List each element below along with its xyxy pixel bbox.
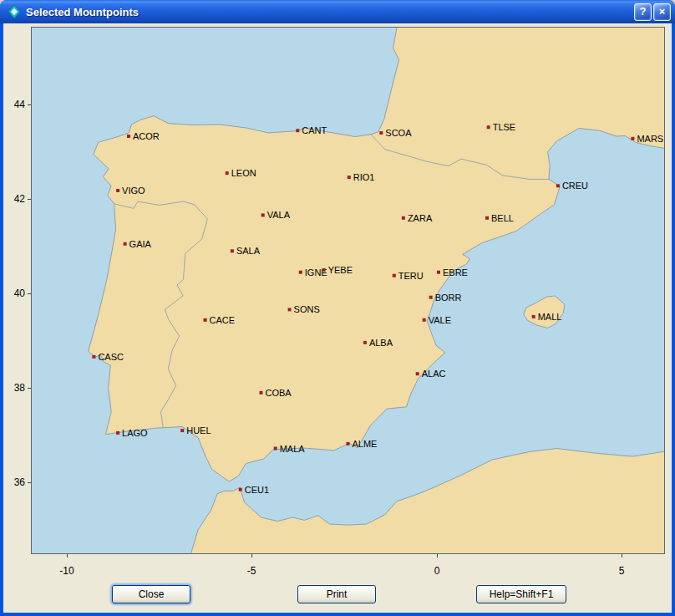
- station-marker-GAIA: [124, 242, 127, 246]
- station-label-CANT: CANT: [302, 125, 327, 135]
- station-label-TERU: TERU: [398, 271, 424, 281]
- station-marker-EBRE: [437, 271, 440, 274]
- station-label-HUEL: HUEL: [186, 425, 211, 435]
- station-label-VALE: VALE: [429, 315, 451, 325]
- station-label-LAGO: LAGO: [122, 428, 148, 438]
- print-button[interactable]: Print: [297, 585, 376, 603]
- station-label-CACE: CACE: [210, 315, 236, 325]
- station-marker-MALA: [274, 447, 277, 451]
- station-marker-SALA: [231, 249, 234, 252]
- station-marker-BORR: [429, 296, 433, 299]
- x-axis-tick: [622, 554, 622, 557]
- station-marker-TERU: [393, 274, 396, 277]
- station-label-CEU1: CEU1: [245, 485, 269, 495]
- station-label-VIGO: VIGO: [122, 186, 145, 196]
- map-panel: ACORVIGOGAIACASCLAGOHUELCEU1MALAALMECOBA…: [31, 27, 665, 554]
- station-label-MARS: MARS: [637, 134, 663, 144]
- station-label-GAIA: GAIA: [129, 239, 152, 249]
- y-axis-tick: [28, 388, 31, 389]
- station-marker-HUEL: [180, 429, 184, 432]
- station-marker-ALBA: [363, 341, 367, 344]
- mountpoints-map: ACORVIGOGAIACASCLAGOHUELCEU1MALAALMECOBA…: [32, 28, 664, 553]
- station-marker-LAGO: [116, 431, 119, 435]
- station-marker-VALA: [261, 213, 265, 216]
- y-axis-tick: [28, 482, 31, 483]
- station-marker-SONS: [288, 308, 292, 311]
- station-marker-CASC: [92, 355, 95, 359]
- station-label-MALL: MALL: [538, 312, 562, 322]
- help-button[interactable]: Help=Shift+F1: [476, 585, 566, 603]
- station-marker-ALME: [347, 442, 350, 445]
- station-marker-CACE: [204, 318, 207, 322]
- station-label-SCOA: SCOA: [385, 128, 412, 138]
- station-label-RIO1: RIO1: [353, 172, 375, 182]
- titlebar[interactable]: Selected Mountpoints ? ×: [0, 0, 675, 23]
- station-marker-SCOA: [379, 131, 383, 135]
- station-marker-CEU1: [239, 488, 242, 491]
- station-marker-LEON: [226, 171, 229, 175]
- x-axis-tick: [67, 554, 68, 557]
- station-label-TLSE: TLSE: [493, 122, 516, 132]
- station-marker-ACOR: [127, 135, 130, 138]
- dialog-window: Selected Mountpoints ? × ACORVIGOGAIACAS…: [0, 0, 675, 616]
- y-axis-tick: [28, 104, 31, 105]
- station-label-ALBA: ALBA: [369, 338, 393, 348]
- station-marker-YEBE: [322, 268, 326, 272]
- y-axis-tick: [28, 199, 31, 200]
- station-marker-TLSE: [487, 125, 490, 129]
- station-marker-VIGO: [116, 189, 119, 192]
- station-label-ZARA: ZARA: [408, 213, 433, 223]
- station-label-COBA: COBA: [266, 388, 292, 398]
- station-marker-CANT: [296, 129, 299, 132]
- station-label-ACOR: ACOR: [133, 131, 160, 141]
- station-label-MALA: MALA: [280, 444, 306, 454]
- station-marker-IGNE: [299, 271, 302, 274]
- help-titlebar-button[interactable]: ?: [634, 3, 652, 21]
- close-button[interactable]: Close: [112, 585, 190, 603]
- station-label-SALA: SALA: [236, 246, 261, 256]
- window-title: Selected Mountpoints: [26, 6, 632, 18]
- station-label-ALAC: ALAC: [422, 369, 446, 379]
- y-axis-label: 40: [3, 288, 25, 299]
- dialog-client-area: ACORVIGOGAIACASCLAGOHUELCEU1MALAALMECOBA…: [3, 23, 672, 613]
- close-titlebar-button[interactable]: ×: [653, 3, 671, 21]
- station-marker-CREU: [556, 184, 560, 187]
- y-axis-label: 38: [3, 382, 25, 394]
- station-marker-ALAC: [416, 372, 419, 375]
- station-marker-COBA: [260, 391, 263, 395]
- station-label-CASC: CASC: [98, 352, 124, 362]
- station-marker-RIO1: [348, 176, 351, 179]
- x-axis-tick: [437, 554, 438, 557]
- station-marker-MALL: [532, 315, 535, 318]
- station-marker-VALE: [423, 318, 426, 322]
- app-icon: [7, 4, 22, 19]
- y-axis-label: 42: [3, 193, 25, 205]
- station-label-SONS: SONS: [294, 304, 320, 314]
- x-axis-tick: [251, 554, 252, 557]
- y-axis-tick: [28, 293, 31, 294]
- station-label-ALME: ALME: [353, 439, 378, 449]
- station-label-BELL: BELL: [491, 213, 514, 223]
- station-marker-ZARA: [402, 216, 405, 220]
- station-label-BORR: BORR: [435, 293, 462, 303]
- station-marker-BELL: [485, 216, 489, 220]
- station-label-YEBE: YEBE: [328, 265, 353, 275]
- station-label-CREU: CREU: [562, 181, 588, 191]
- y-axis-label: 44: [3, 99, 25, 110]
- x-axis-label: -10: [48, 565, 85, 577]
- station-label-EBRE: EBRE: [443, 267, 468, 277]
- x-axis-label: -5: [233, 565, 270, 577]
- station-label-VALA: VALA: [267, 210, 291, 220]
- x-axis-label: 0: [419, 565, 455, 577]
- station-label-LEON: LEON: [231, 168, 256, 178]
- x-axis-label: 5: [603, 565, 640, 577]
- station-marker-MARS: [631, 137, 634, 140]
- y-axis-label: 36: [3, 476, 25, 488]
